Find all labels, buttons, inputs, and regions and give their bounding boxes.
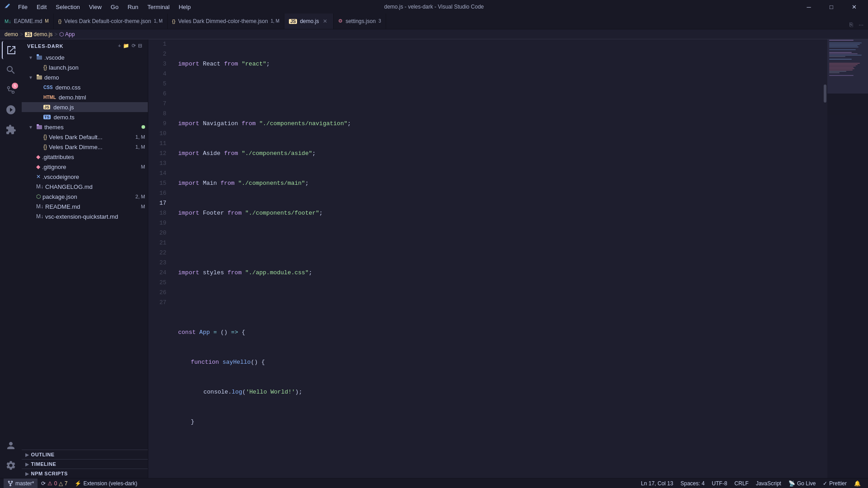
tree-item-themes-folder[interactable]: ▼ themes xyxy=(22,122,148,132)
npm-scripts-label: NPM SCRIPTS xyxy=(31,471,68,476)
line-numbers: 1 2 3 4 5 6 7 8 9 10 11 12 13 14 15 16 1… xyxy=(148,39,171,478)
tree-item-readme[interactable]: M↓ README.md M xyxy=(22,202,148,211)
tab-demo-js[interactable]: JS demo.js ✕ xyxy=(284,14,334,29)
menu-run[interactable]: Run xyxy=(124,3,142,11)
refresh-button[interactable]: ⟳ xyxy=(132,43,136,49)
tree-item-demo-css[interactable]: CSS demo.css xyxy=(22,82,148,92)
vscodeignore-label: .vscodeignore xyxy=(42,174,148,180)
activity-extensions[interactable] xyxy=(2,121,20,139)
breadcrumb-part-app[interactable]: ⬡ App xyxy=(59,31,75,38)
maximize-button[interactable]: □ xyxy=(821,0,842,14)
activity-settings[interactable] xyxy=(2,456,20,474)
new-folder-button[interactable]: 📁 xyxy=(123,43,130,49)
prettier-button[interactable]: ✓ Prettier xyxy=(819,479,850,488)
tree-item-vsc-quickstart[interactable]: M↓ vsc-extension-quickstart.md xyxy=(22,211,148,221)
line-5: import Main from "./components/main"; xyxy=(178,178,823,188)
scrollbar-track[interactable] xyxy=(823,39,827,478)
more-actions-button[interactable]: ··· xyxy=(857,20,865,29)
activity-bar-bottom xyxy=(2,436,20,478)
ln-col-label: Ln 17, Col 13 xyxy=(641,480,673,487)
spaces-label: Spaces: 4 xyxy=(680,480,704,487)
tab-icon-settings: ⚙ xyxy=(338,18,343,24)
activity-explorer[interactable] xyxy=(2,41,20,59)
minimize-button[interactable]: ─ xyxy=(798,0,819,14)
tree-item-package-json[interactable]: ⬡ package.json 2, M xyxy=(22,192,148,202)
tab-label-veles-dimmed: Veles Dark Dimmed-color-theme.json xyxy=(178,18,268,24)
sync-button[interactable]: ⟳ ⚠ 0 △ 7 xyxy=(38,479,71,488)
window-controls: ─ □ ✕ xyxy=(798,0,864,14)
npm-scripts-arrow: ▶ xyxy=(25,471,29,476)
line-15: sayHello(); xyxy=(178,477,823,478)
activity-run[interactable] xyxy=(2,101,20,119)
demo-folder-label: demo xyxy=(44,74,148,81)
close-button[interactable]: ✕ xyxy=(844,0,864,14)
tree-item-gitattributes[interactable]: ◆ .gitattributes xyxy=(22,152,148,162)
tab-close-demo-js[interactable]: ✕ xyxy=(321,18,329,25)
breadcrumb-part-demo-js[interactable]: JSdemo.js xyxy=(25,31,52,38)
extension-status[interactable]: ⚡ Extension (veles-dark) xyxy=(71,479,141,488)
outline-section[interactable]: ▶ OUTLINE xyxy=(22,450,148,459)
tree-item-gitignore[interactable]: ◆ .gitignore M xyxy=(22,162,148,172)
activity-source-control[interactable]: 5 xyxy=(2,81,20,99)
gitignore-label: .gitignore xyxy=(42,164,139,170)
timeline-section[interactable]: ▶ TIMELINE xyxy=(22,459,148,469)
language-indicator[interactable]: JavaScript xyxy=(752,479,785,488)
line-ending-indicator[interactable]: CRLF xyxy=(731,479,752,488)
menu-terminal[interactable]: Terminal xyxy=(144,3,173,11)
tree-item-demo-html[interactable]: HTML demo.html xyxy=(22,92,148,102)
code-editor[interactable]: 1 2 3 4 5 6 7 8 9 10 11 12 13 14 15 16 1… xyxy=(148,39,868,478)
tab-veles-dimmed[interactable]: {} Veles Dark Dimmed-color-theme.json 1,… xyxy=(168,14,285,29)
window-title: demo.js - veles-dark - Visual Studio Cod… xyxy=(384,4,484,10)
scrollbar-thumb[interactable] xyxy=(824,84,826,103)
git-icon-attr: ◆ xyxy=(36,154,40,160)
activity-bar: 5 xyxy=(0,39,22,478)
pkg-icon: ⬡ xyxy=(36,193,41,200)
tab-veles-default[interactable]: {} Veles Dark Default-color-theme.json 1… xyxy=(54,14,168,29)
tree-item-changelog[interactable]: M↓ CHANGELOG.md xyxy=(22,182,148,192)
menu-go[interactable]: Go xyxy=(107,3,122,11)
git-branch[interactable]: master* xyxy=(4,479,38,488)
activity-search[interactable] xyxy=(2,61,20,79)
sidebar: VELES-DARK + 📁 ⟳ ⊟ ▼ .vscode xyxy=(22,39,148,478)
activity-accounts[interactable] xyxy=(2,436,20,455)
new-file-button[interactable]: + xyxy=(118,43,121,49)
code-content[interactable]: import React from "react"; import Naviga… xyxy=(171,39,823,478)
tree-item-demo-js[interactable]: JS demo.js xyxy=(22,102,148,112)
tab-icon-readme: M↓ xyxy=(5,19,11,24)
tree-item-veles-dimmed[interactable]: {} Veles Dark Dimme... 1, M xyxy=(22,142,148,152)
svg-rect-7 xyxy=(37,75,42,80)
spaces-indicator[interactable]: Spaces: 4 xyxy=(677,479,708,488)
tree-item-veles-default[interactable]: {} Veles Dark Default... 1, M xyxy=(22,132,148,142)
tree-item-vscodeignore[interactable]: ✕ .vscodeignore xyxy=(22,172,148,182)
breadcrumb-part-demo[interactable]: demo xyxy=(5,31,18,38)
collapse-button[interactable]: ⊟ xyxy=(138,43,142,49)
git-icon-ignore: ◆ xyxy=(36,164,40,170)
tree-item-demo-folder[interactable]: ▼ demo xyxy=(22,72,148,82)
menu-file[interactable]: File xyxy=(14,3,31,11)
tree-item-demo-ts[interactable]: TS demo.ts xyxy=(22,112,148,122)
tree-item-launch-json[interactable]: {} launch.json xyxy=(22,62,148,72)
go-live-button[interactable]: 📡 Go Live xyxy=(785,479,819,488)
tab-readme[interactable]: M↓ EADME.md M xyxy=(0,14,54,29)
status-left: master* ⟳ ⚠ 0 △ 7 ⚡ Extension (veles-dar… xyxy=(4,479,141,488)
menu-edit[interactable]: Edit xyxy=(33,3,50,11)
veles-default-label: Veles Dark Default... xyxy=(49,134,134,141)
themes-folder-icon xyxy=(36,123,42,131)
ln-col-indicator[interactable]: Ln 17, Col 13 xyxy=(637,479,677,488)
package-json-label: package.json xyxy=(42,193,134,200)
encoding-indicator[interactable]: UTF-8 xyxy=(708,479,731,488)
split-editor-button[interactable]: ⎘ xyxy=(848,20,855,29)
line-10: const App = () => { xyxy=(178,328,823,338)
menu-view[interactable]: View xyxy=(85,3,105,11)
tab-settings[interactable]: ⚙ settings.json 3 xyxy=(334,14,386,29)
tree-item-vscode-folder[interactable]: ▼ .vscode xyxy=(22,52,148,62)
tab-bar: M↓ EADME.md M {} Veles Dark Default-colo… xyxy=(0,14,868,29)
menu-selection[interactable]: Selection xyxy=(52,3,83,11)
npm-scripts-section[interactable]: ▶ NPM SCRIPTS xyxy=(22,469,148,478)
line-3: import Navigation from "./components/nav… xyxy=(178,119,823,129)
extension-label: ⚡ xyxy=(75,480,81,487)
notifications-button[interactable]: 🔔 xyxy=(850,479,864,488)
md-icon-changelog: M↓ xyxy=(36,183,43,190)
go-live-label: Go Live xyxy=(797,480,816,487)
menu-help[interactable]: Help xyxy=(175,3,194,11)
